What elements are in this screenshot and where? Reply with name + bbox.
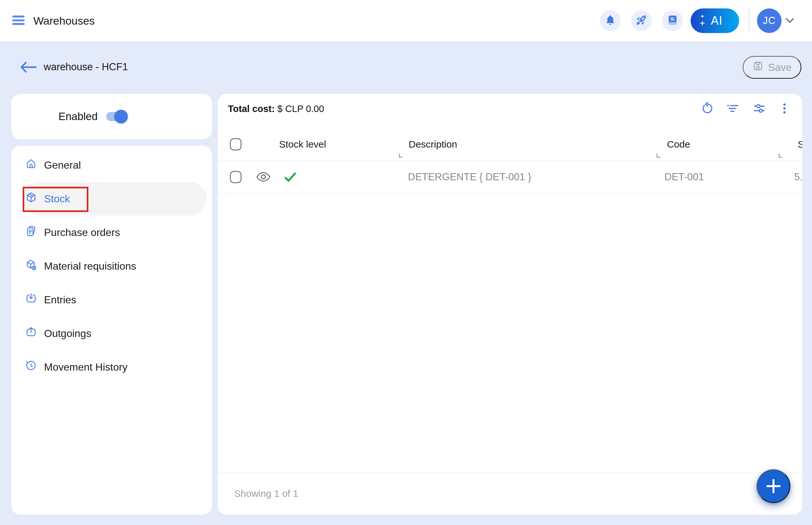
footer-divider [218,472,802,473]
sidebar-menu: General Stock Purchase orders Material r… [11,146,212,515]
sparkles-icon [699,14,706,27]
sidebar-item-movement-history[interactable]: Movement History [23,350,207,384]
notes-button[interactable] [662,10,683,31]
sidebar-item-stock[interactable]: Stock [23,182,207,215]
cube-plus-icon [25,259,37,273]
save-button-label: Save [768,61,792,74]
sidebar-item-outgoings[interactable]: Outgoings [23,317,207,350]
floppy-disk-icon [752,61,764,74]
sidebar-item-entries[interactable]: Entries [23,283,207,317]
ai-button-label: AI [706,14,727,28]
eye-icon [256,171,271,182]
kebab-menu-button[interactable] [777,101,792,116]
notifications-button[interactable] [600,10,621,31]
column-header-stock-level[interactable]: Stock level [279,128,326,161]
table-header-row: Stock level Description Code S [218,128,802,161]
enabled-card: Enabled [11,94,212,139]
total-cost-label: Total cost: [228,104,275,114]
column-resize-handle[interactable] [656,153,660,158]
filter-icon [726,102,739,115]
select-all-checkbox[interactable] [230,138,241,150]
refresh-icon [700,102,714,115]
hamburger-menu-icon[interactable] [12,16,25,25]
cell-stock-clipped: 5. [794,161,802,193]
column-header-code[interactable]: Code [667,128,690,161]
total-cost: Total cost: $ CLP 0.00 [228,104,324,114]
topbar-divider [749,9,750,33]
view-row-button[interactable] [256,171,271,183]
tray-arrow-up-icon [25,326,37,341]
stock-ok-check-icon [284,172,296,183]
launcher-button[interactable] [631,10,652,31]
plus-icon [766,479,781,494]
top-bar: Warehouses AI JC [0,0,812,42]
cell-code: DET-001 [664,161,704,193]
save-button[interactable]: Save [743,56,801,79]
sidebar-item-general[interactable]: General [23,148,207,182]
history-icon [25,360,37,374]
ai-assistant-button[interactable]: AI [691,9,739,33]
pagination-status: Showing 1 of 1 [234,472,298,515]
enabled-label: Enabled [58,110,98,123]
filter-button[interactable] [726,101,740,116]
sidebar-item-label: Material requisitions [44,260,136,272]
sidebar-item-purchase-orders[interactable]: Purchase orders [23,215,207,249]
column-resize-handle[interactable] [779,153,782,158]
enabled-toggle[interactable] [106,112,126,121]
documents-icon [25,225,37,240]
home-icon [25,158,37,172]
chevron-down-icon[interactable] [785,18,794,25]
sidebar-item-material-requisitions[interactable]: Material requisitions [23,249,207,283]
avatar-initials: JC [763,15,776,27]
sidebar-item-label: Outgoings [44,328,91,340]
kebab-menu-icon [778,102,791,115]
column-header-description[interactable]: Description [409,128,457,161]
cube-icon [25,192,37,206]
column-header-stock-clipped[interactable]: S [798,128,802,161]
user-avatar[interactable]: JC [757,9,782,33]
page-title: warehouse - HCF1 [44,60,128,74]
refresh-button[interactable] [700,101,714,116]
add-item-button[interactable] [757,469,790,503]
sidebar-item-label: General [44,159,81,171]
document-icon [668,15,677,27]
back-button[interactable] [20,61,37,74]
sidebar-item-label: Stock [44,193,70,205]
rocket-icon [636,14,647,27]
column-settings-button[interactable] [752,101,766,116]
sidebar-item-label: Entries [44,294,76,306]
cell-description: DETERGENTE { DET-001 } [408,161,531,193]
sidebar-item-label: Purchase orders [44,227,120,239]
column-resize-handle[interactable] [399,153,402,158]
column-settings-icon [752,102,766,115]
bell-icon [605,15,616,27]
tray-arrow-down-icon [25,292,37,307]
stock-panel: Total cost: $ CLP 0.00 Stock level Descr… [218,94,802,515]
sidebar-item-label: Movement History [44,361,128,373]
row-checkbox[interactable] [230,171,241,183]
total-cost-value: $ CLP 0.00 [278,104,324,114]
app-title: Warehouses [33,0,95,42]
table-row[interactable]: DETERGENTE { DET-001 } DET-001 5. [218,161,802,193]
